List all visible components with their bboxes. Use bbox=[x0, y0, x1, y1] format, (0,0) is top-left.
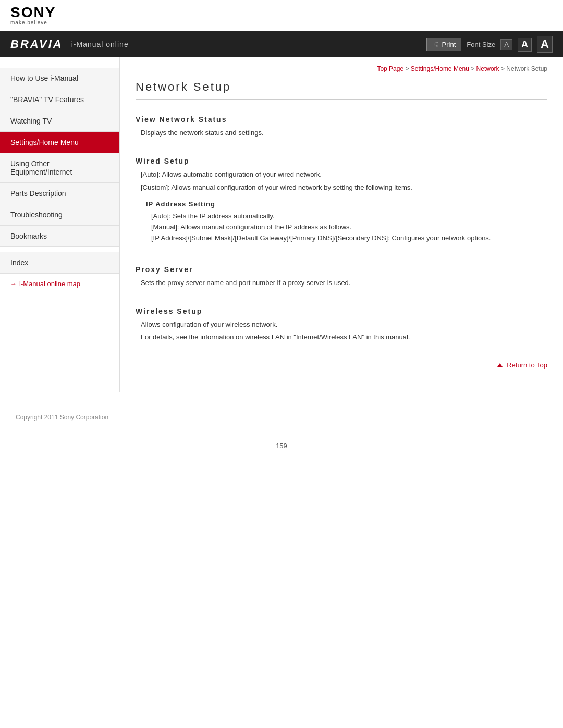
sony-tagline: make.believe bbox=[10, 20, 47, 26]
sidebar-item-5[interactable]: Parts Description bbox=[0, 183, 119, 204]
section-body-line: For details, see the information on wire… bbox=[141, 332, 547, 343]
section-body-line: Displays the network status and settings… bbox=[141, 128, 547, 139]
return-to-top[interactable]: Return to Top bbox=[136, 353, 547, 377]
sidebar-link-label: i-Manual online map bbox=[19, 280, 80, 288]
footer: Copyright 2011 Sony Corporation bbox=[0, 403, 563, 431]
print-icon: 🖨 bbox=[432, 40, 439, 48]
font-size-medium-button[interactable]: A bbox=[518, 38, 532, 52]
nav-bar: BRAVIA i-Manual online 🖨 Print Font Size… bbox=[0, 31, 563, 57]
section-proxy-server: Proxy ServerSets the proxy server name a… bbox=[136, 257, 547, 299]
section-wireless-setup: Wireless SetupAllows configuration of yo… bbox=[136, 299, 547, 354]
font-size-small-button[interactable]: A bbox=[500, 39, 512, 50]
copyright: Copyright 2011 Sony Corporation bbox=[16, 414, 108, 421]
section-wired-setup: Wired Setup[Auto]: Allows automatic conf… bbox=[136, 149, 547, 257]
font-size-label: Font Size bbox=[467, 41, 495, 48]
breadcrumb-network[interactable]: Network bbox=[476, 65, 499, 72]
sidebar-item-6[interactable]: Troubleshooting bbox=[0, 204, 119, 226]
breadcrumb-settings[interactable]: Settings/Home Menu bbox=[411, 65, 469, 72]
sidebar-map-link[interactable]: → i-Manual online map bbox=[0, 274, 119, 294]
return-to-top-label: Return to Top bbox=[507, 361, 547, 369]
sidebar-items-container: How to Use i-Manual"BRAVIA" TV FeaturesW… bbox=[0, 68, 119, 247]
breadcrumb-current: Network Setup bbox=[506, 65, 547, 72]
sidebar-item-1[interactable]: "BRAVIA" TV Features bbox=[0, 89, 119, 110]
sub-section-line: [Manual]: Allows manual configuration of… bbox=[151, 222, 547, 233]
i-manual-label: i-Manual online bbox=[71, 40, 129, 48]
section-body-line: [Auto]: Allows automatic configuration o… bbox=[141, 169, 547, 180]
nav-bar-left: BRAVIA i-Manual online bbox=[10, 38, 129, 51]
main-layout: How to Use i-Manual"BRAVIA" TV FeaturesW… bbox=[0, 57, 563, 392]
sections-container: View Network StatusDisplays the network … bbox=[136, 107, 547, 353]
section-body-line: Sets the proxy server name and port numb… bbox=[141, 278, 547, 289]
arrow-right-icon: → bbox=[10, 280, 17, 288]
sub-section-0: IP Address Setting[Auto]: Sets the IP ad… bbox=[136, 195, 547, 249]
print-label: Print bbox=[442, 41, 456, 48]
top-header: SONY make.believe bbox=[0, 0, 563, 31]
section-body-line: [Custom]: Allows manual configuration of… bbox=[141, 182, 547, 193]
sidebar-item-3[interactable]: Settings/Home Menu bbox=[0, 132, 119, 153]
section-title-wireless-setup: Wireless Setup bbox=[136, 307, 547, 315]
sidebar-index-label: Index bbox=[10, 258, 28, 267]
nav-bar-right: 🖨 Print Font Size A A A bbox=[426, 36, 553, 53]
breadcrumb: Top Page > Settings/Home Menu > Network … bbox=[136, 65, 547, 72]
section-title-proxy-server: Proxy Server bbox=[136, 265, 547, 274]
sony-logo: SONY make.believe bbox=[10, 5, 56, 26]
sub-section-body: [Auto]: Sets the IP address automaticall… bbox=[146, 211, 547, 243]
breadcrumb-sep1: > bbox=[406, 65, 411, 72]
sony-brand: SONY bbox=[10, 5, 56, 20]
sidebar-item-4[interactable]: Using Other Equipment/Internet bbox=[0, 153, 119, 183]
section-view-network-status: View Network StatusDisplays the network … bbox=[136, 107, 547, 149]
section-body-proxy-server: Sets the proxy server name and port numb… bbox=[136, 278, 547, 289]
sidebar: How to Use i-Manual"BRAVIA" TV FeaturesW… bbox=[0, 57, 120, 392]
sub-section-title: IP Address Setting bbox=[146, 200, 547, 208]
section-body-line: Allows configuration of your wireless ne… bbox=[141, 319, 547, 330]
section-body-wired-setup: [Auto]: Allows automatic configuration o… bbox=[136, 169, 547, 193]
section-title-wired-setup: Wired Setup bbox=[136, 157, 547, 165]
section-title-view-network-status: View Network Status bbox=[136, 115, 547, 124]
return-to-top-link[interactable]: Return to Top bbox=[136, 361, 547, 369]
sidebar-item-index[interactable]: Index bbox=[0, 252, 119, 274]
page-title: Network Setup bbox=[136, 80, 547, 100]
breadcrumb-sep3: > bbox=[501, 65, 506, 72]
content-area: Top Page > Settings/Home Menu > Network … bbox=[120, 57, 563, 392]
breadcrumb-top-page[interactable]: Top Page bbox=[377, 65, 403, 72]
sub-section-line: [Auto]: Sets the IP address automaticall… bbox=[151, 211, 547, 222]
sidebar-item-2[interactable]: Watching TV bbox=[0, 110, 119, 132]
section-body-wireless-setup: Allows configuration of your wireless ne… bbox=[136, 319, 547, 343]
breadcrumb-sep2: > bbox=[471, 65, 476, 72]
sidebar-item-0[interactable]: How to Use i-Manual bbox=[0, 68, 119, 89]
page-number: 159 bbox=[0, 431, 563, 460]
section-body-view-network-status: Displays the network status and settings… bbox=[136, 128, 547, 139]
sidebar-item-7[interactable]: Bookmarks bbox=[0, 226, 119, 247]
font-size-large-button[interactable]: A bbox=[537, 36, 553, 53]
sub-section-line: [IP Address]/[Subnet Mask]/[Default Gate… bbox=[151, 233, 547, 244]
print-button[interactable]: 🖨 Print bbox=[426, 38, 462, 51]
bravia-logo: BRAVIA bbox=[10, 38, 63, 51]
triangle-up-icon bbox=[497, 363, 503, 367]
